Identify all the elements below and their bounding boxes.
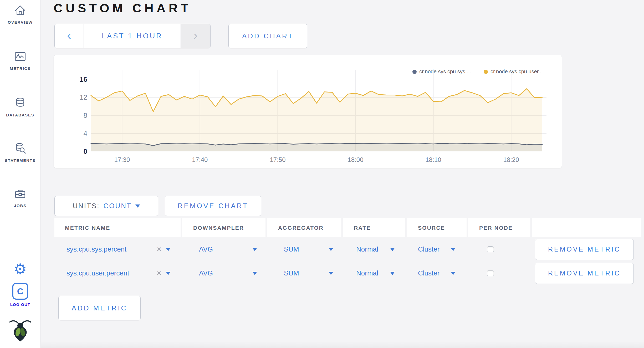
downsampler-dropdown[interactable]: AVG	[182, 237, 265, 261]
legend-label-user: cr.node.sys.cpu.user...	[490, 69, 543, 75]
settings-button[interactable]: ⚙	[0, 262, 40, 277]
chevron-down-icon[interactable]	[166, 272, 171, 275]
sidebar-item-jobs[interactable]: JOBS	[0, 187, 40, 208]
metric-name-cell[interactable]: sys.cpu.user.percent ✕	[54, 261, 181, 285]
aggregator-dropdown[interactable]: SUM	[267, 261, 341, 285]
bottom-fade	[41, 341, 644, 348]
chart-card: cr.node.sys.cpu.sys.... cr.node.sys.cpu.…	[54, 55, 562, 168]
metrics-chart-icon	[14, 50, 27, 63]
remove-chart-button[interactable]: REMOVE CHART	[165, 196, 261, 216]
rate-value: Normal	[356, 245, 378, 253]
metric-name-value: sys.cpu.sys.percent	[67, 245, 126, 253]
units-dropdown[interactable]: UNITS: COUNT	[54, 196, 158, 216]
y-tick-label: 12	[80, 93, 87, 101]
y-tick-label: 8	[84, 111, 87, 119]
rate-dropdown[interactable]: Normal	[343, 261, 405, 285]
series-area-1	[91, 89, 542, 152]
chevron-down-icon	[390, 272, 395, 275]
col-header-source: SOURCE	[407, 218, 467, 237]
table-row: sys.cpu.user.percent ✕ AVG SUM Normal Cl…	[54, 261, 641, 285]
logout-label: LOG OUT	[10, 302, 30, 307]
legend-label-sys: cr.node.sys.cpu.sys....	[419, 69, 471, 75]
metric-name-cell[interactable]: sys.cpu.sys.percent ✕	[54, 237, 181, 261]
chevron-down-icon	[329, 272, 333, 275]
downsampler-dropdown[interactable]: AVG	[182, 261, 265, 285]
downsampler-value: AVG	[199, 245, 213, 253]
source-dropdown[interactable]: Cluster	[407, 237, 467, 261]
page-title: CUSTOM CHART	[54, 0, 191, 16]
add-metric-button[interactable]: ADD METRIC	[58, 296, 141, 320]
col-header-metric-name: METRIC NAME	[54, 218, 181, 237]
legend-item-sys[interactable]: cr.node.sys.cpu.sys....	[412, 69, 471, 75]
col-header-actions	[532, 218, 641, 237]
cockroach-logo	[0, 317, 40, 342]
sidebar-item-label: DATABASES	[6, 113, 34, 117]
cockroach-c-icon: C	[12, 283, 28, 300]
x-tick-label: 18:20	[503, 156, 519, 163]
col-header-rate: RATE	[343, 218, 405, 237]
statements-icon	[14, 142, 27, 155]
source-value: Cluster	[418, 269, 439, 277]
time-range-prev-button[interactable]: ‹	[55, 24, 84, 48]
units-label: UNITS:	[73, 202, 100, 210]
source-dropdown[interactable]: Cluster	[407, 261, 467, 285]
aggregator-value: SUM	[284, 269, 299, 277]
sidebar-item-databases[interactable]: DATABASES	[0, 96, 40, 117]
briefcase-icon	[14, 187, 27, 200]
rate-value: Normal	[356, 269, 378, 277]
clear-metric-icon[interactable]: ✕	[156, 246, 162, 253]
chart-areas	[91, 89, 542, 152]
sidebar-item-overview[interactable]: OVERVIEW	[0, 4, 40, 24]
x-tick-label: 17:50	[270, 156, 285, 163]
units-value: COUNT	[103, 202, 131, 210]
actions-cell: REMOVE METRIC	[532, 237, 641, 261]
sidebar-item-metrics[interactable]: METRICS	[0, 50, 40, 71]
col-header-per-node: PER NODE	[468, 218, 530, 237]
custom-chart-page: OVERVIEW METRICS DATABASES	[0, 0, 644, 348]
home-icon	[14, 4, 27, 17]
sidebar-item-label: STATEMENTS	[5, 158, 35, 163]
source-value: Cluster	[418, 245, 439, 253]
aggregator-value: SUM	[284, 245, 299, 253]
legend-dot-sys	[412, 70, 417, 74]
database-icon	[14, 96, 27, 110]
clear-metric-icon[interactable]: ✕	[156, 270, 162, 277]
metrics-table-header: METRIC NAME DOWNSAMPLER AGGREGATOR RATE …	[54, 218, 641, 237]
legend-item-user[interactable]: cr.node.sys.cpu.user...	[484, 69, 543, 75]
metric-name-value: sys.cpu.user.percent	[67, 269, 129, 277]
chevron-down-icon	[390, 248, 395, 251]
y-tick-label: 0	[84, 147, 87, 155]
sidebar-item-label: OVERVIEW	[8, 20, 33, 24]
per-node-checkbox[interactable]	[487, 270, 494, 276]
rate-dropdown[interactable]: Normal	[343, 237, 405, 261]
aggregator-dropdown[interactable]: SUM	[267, 237, 341, 261]
sidebar-item-label: METRICS	[10, 66, 31, 71]
sidebar: OVERVIEW METRICS DATABASES	[0, 0, 40, 348]
chevron-down-icon	[252, 272, 257, 275]
time-range-next-button[interactable]: ›	[181, 24, 210, 48]
add-chart-button[interactable]: ADD CHART	[228, 24, 307, 48]
remove-metric-button[interactable]: REMOVE METRIC	[535, 263, 634, 284]
chevron-down-icon	[329, 248, 333, 251]
chevron-down-icon	[135, 204, 140, 208]
chevron-down-icon	[252, 248, 257, 251]
chevron-down-icon	[451, 248, 456, 251]
downsampler-value: AVG	[199, 269, 213, 277]
x-tick-label: 17:40	[192, 156, 208, 163]
sidebar-item-statements[interactable]: STATEMENTS	[0, 142, 40, 163]
time-range-label[interactable]: LAST 1 HOUR	[84, 24, 181, 48]
logout-button[interactable]: C LOG OUT	[0, 283, 40, 307]
col-header-downsampler: DOWNSAMPLER	[182, 218, 265, 237]
x-tick-label: 18:10	[426, 156, 441, 163]
per-node-checkbox[interactable]	[487, 246, 494, 252]
y-tick-label: 4	[84, 129, 87, 137]
legend-dot-user	[484, 70, 488, 74]
x-tick-label: 17:30	[114, 156, 130, 163]
chevron-down-icon	[451, 272, 456, 275]
time-range-selector: ‹ LAST 1 HOUR ›	[54, 24, 211, 48]
actions-cell: REMOVE METRIC	[532, 261, 641, 285]
remove-metric-button[interactable]: REMOVE METRIC	[535, 239, 634, 260]
chevron-down-icon[interactable]	[166, 248, 171, 251]
table-row: sys.cpu.sys.percent ✕ AVG SUM Normal Clu…	[54, 237, 641, 261]
col-header-aggregator: AGGREGATOR	[267, 218, 341, 237]
